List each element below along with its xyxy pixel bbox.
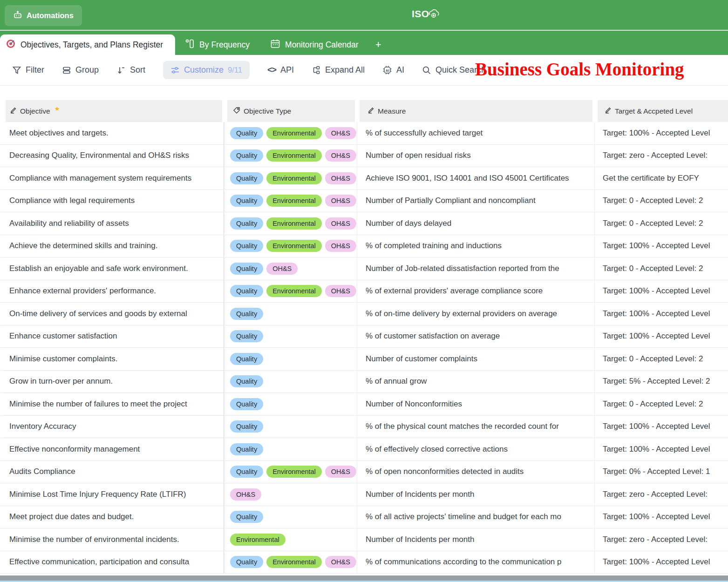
objective-type-cell[interactable]: QualityOH&S xyxy=(224,257,357,280)
objective-cell[interactable]: Minimise the number of failures to meet … xyxy=(0,393,224,415)
target-cell[interactable]: Target: 100% - Accepted Level xyxy=(595,122,728,144)
objective-type-cell[interactable]: QualityEnvironmentalOH&S xyxy=(224,190,357,212)
tab-objectives-register[interactable]: Objectives, Targets, and Plans Register xyxy=(0,34,175,55)
table-row[interactable]: Minimise the number of failures to meet … xyxy=(0,393,728,416)
table-row[interactable]: Establish an enjoyable and safe work env… xyxy=(0,257,728,280)
target-cell[interactable]: Target: 100% - Accepted Level xyxy=(595,303,728,325)
measure-cell[interactable]: Number of Incidents per month xyxy=(357,528,595,551)
objective-type-cell[interactable]: Quality xyxy=(224,438,357,460)
ai-button[interactable]: AI AI xyxy=(382,65,404,75)
objective-cell[interactable]: Achieve the determined skills and traini… xyxy=(0,235,224,257)
target-cell[interactable]: Target: 100% - Accepted Level xyxy=(595,235,728,257)
add-view-tab[interactable]: + xyxy=(369,34,388,55)
table-row[interactable]: Availability and reliability of assets Q… xyxy=(0,212,728,235)
group-button[interactable]: Group xyxy=(62,65,99,75)
objective-cell[interactable]: Enhance external providers' performance. xyxy=(0,280,224,303)
column-header-objective-type[interactable]: Objective Type xyxy=(227,100,355,122)
target-cell[interactable]: Target: 0 - Accepted Level: 2 xyxy=(595,190,728,212)
objective-cell[interactable]: Effective nonconformity management xyxy=(0,438,224,460)
table-row[interactable]: Compliance with management system requir… xyxy=(0,167,728,190)
objective-type-cell[interactable]: OH&S xyxy=(224,483,357,506)
measure-cell[interactable]: % of annual grow xyxy=(357,371,595,393)
objective-type-cell[interactable]: Environmental xyxy=(224,528,357,551)
horizontal-scrollbar[interactable] xyxy=(0,575,728,581)
tab-monitoring-calendar[interactable]: Monitoring Calendar xyxy=(260,34,369,55)
table-row[interactable]: Minimise Lost Time Injury Frequency Rate… xyxy=(0,483,728,506)
table-row[interactable]: Meet objectives and targets. QualityEnvi… xyxy=(0,122,728,145)
objective-cell[interactable]: Minimise customer complaints. xyxy=(0,348,224,370)
table-row[interactable]: Effective nonconformity management Quali… xyxy=(0,438,728,461)
target-cell[interactable]: Target: 0 - Accepted Level: 2 xyxy=(595,393,728,415)
measure-cell[interactable]: Number of open residual risks xyxy=(357,145,595,167)
objective-cell[interactable]: Minimise the number of environmental inc… xyxy=(0,528,224,551)
objective-type-cell[interactable]: QualityEnvironmentalOH&S xyxy=(224,461,357,483)
target-cell[interactable]: Target: 0 - Accepted Level: 2 xyxy=(595,257,728,280)
target-cell[interactable]: Target: 100% - Accepted Level xyxy=(595,551,728,574)
objective-type-cell[interactable]: QualityEnvironmentalOH&S xyxy=(224,280,357,303)
target-cell[interactable]: Target: 100% - Accepted Level xyxy=(595,506,728,528)
objective-type-cell[interactable]: Quality xyxy=(224,325,357,348)
objective-cell[interactable]: Enhance customer satisfaction xyxy=(0,325,224,348)
measure-cell[interactable]: % of open nonconformities detected in au… xyxy=(357,461,595,483)
api-button[interactable]: <> API xyxy=(267,65,294,75)
objective-cell[interactable]: Minimise Lost Time Injury Frequency Rate… xyxy=(0,483,224,506)
objective-cell[interactable]: Effective communication, participation a… xyxy=(0,551,224,574)
target-cell[interactable]: Target: zero - Accepted Level: xyxy=(595,528,728,551)
objective-type-cell[interactable]: QualityEnvironmentalOH&S xyxy=(224,551,357,574)
table-row[interactable]: Audits Compliance QualityEnvironmentalOH… xyxy=(0,461,728,484)
table-row[interactable]: Effective communication, participation a… xyxy=(0,551,728,574)
measure-cell[interactable]: % of on-time delivery by external provid… xyxy=(357,303,595,325)
objective-cell[interactable]: Grow in turn-over per annum. xyxy=(0,371,224,393)
measure-cell[interactable]: % of all active projects' timeline and b… xyxy=(357,506,595,528)
objective-cell[interactable]: Meet objectives and targets. xyxy=(0,122,224,144)
target-cell[interactable]: Target: 100% - Accepted Level xyxy=(595,325,728,348)
target-cell[interactable]: Target: 0 - Accepted Level: 2 xyxy=(595,348,728,370)
objective-cell[interactable]: Audits Compliance xyxy=(0,461,224,483)
target-cell[interactable]: Target: 0 - Accepted Level: 2 xyxy=(595,212,728,235)
objective-type-cell[interactable]: Quality xyxy=(224,348,357,370)
target-cell[interactable]: Target: 100% - Accepted Level xyxy=(595,416,728,438)
measure-cell[interactable]: Achieve ISO 9001, ISO 14001 and ISO 4500… xyxy=(357,167,595,189)
measure-cell[interactable]: Number of Incidents per month xyxy=(357,483,595,506)
table-row[interactable]: Grow in turn-over per annum. Quality % o… xyxy=(0,371,728,393)
measure-cell[interactable]: % of communications according to the com… xyxy=(357,551,595,574)
target-cell[interactable]: Target: 5% - Accepted Level: 2 xyxy=(595,371,728,393)
column-header-measure[interactable]: Measure xyxy=(360,100,592,122)
column-header-target[interactable]: Target & Accpeted Level xyxy=(598,100,728,122)
target-cell[interactable]: Get the certificate by EOFY xyxy=(595,167,728,189)
objective-type-cell[interactable]: Quality xyxy=(224,393,357,415)
column-header-objective[interactable]: Objective ★ xyxy=(6,100,222,122)
objective-type-cell[interactable]: QualityEnvironmentalOH&S xyxy=(224,235,357,257)
measure-cell[interactable]: Number of Nonconformities xyxy=(357,393,595,415)
filter-button[interactable]: Filter xyxy=(12,65,44,75)
table-row[interactable]: Enhance external providers' performance.… xyxy=(0,280,728,303)
measure-cell[interactable]: % of the physical count matches the reco… xyxy=(357,416,595,438)
table-row[interactable]: Minimise customer complaints. Quality Nu… xyxy=(0,348,728,371)
target-cell[interactable]: Target: zero - Accepted Level: xyxy=(595,145,728,167)
objective-type-cell[interactable]: Quality xyxy=(224,506,357,528)
measure-cell[interactable]: Number of Partially Compliant and noncom… xyxy=(357,190,595,212)
table-row[interactable]: Decreasing Quality, Environmental and OH… xyxy=(0,145,728,168)
measure-cell[interactable]: % of customer satisfaction on average xyxy=(357,325,595,348)
objective-type-cell[interactable]: Quality xyxy=(224,303,357,325)
measure-cell[interactable]: Number of customer complaints xyxy=(357,348,595,370)
target-cell[interactable]: Target: zero - Accepted Level: xyxy=(595,483,728,506)
table-row[interactable]: Compliance with legal requirements Quali… xyxy=(0,190,728,213)
table-row[interactable]: Achieve the determined skills and traini… xyxy=(0,235,728,258)
measure-cell[interactable]: Number of days delayed xyxy=(357,212,595,235)
automations-button[interactable]: Automations xyxy=(5,5,82,26)
objective-type-cell[interactable]: Quality xyxy=(224,416,357,438)
expand-all-button[interactable]: Expand All xyxy=(312,65,365,75)
objective-type-cell[interactable]: QualityEnvironmentalOH&S xyxy=(224,122,357,144)
objective-type-cell[interactable]: QualityEnvironmentalOH&S xyxy=(224,212,357,235)
objective-type-cell[interactable]: QualityEnvironmentalOH&S xyxy=(224,145,357,167)
objective-cell[interactable]: Establish an enjoyable and safe work env… xyxy=(0,257,224,280)
table-row[interactable]: Minimise the number of environmental inc… xyxy=(0,528,728,551)
measure-cell[interactable]: Number of Job-related dissatisfaction re… xyxy=(357,257,595,280)
objective-type-cell[interactable]: QualityEnvironmentalOH&S xyxy=(224,167,357,189)
measure-cell[interactable]: % of successfully achieved target xyxy=(357,122,595,144)
customize-button[interactable]: Customize 9/11 xyxy=(163,61,250,79)
objective-cell[interactable]: Compliance with legal requirements xyxy=(0,190,224,212)
measure-cell[interactable]: % of effectively closed corrective actio… xyxy=(357,438,595,460)
sort-button[interactable]: Sort xyxy=(116,65,145,75)
